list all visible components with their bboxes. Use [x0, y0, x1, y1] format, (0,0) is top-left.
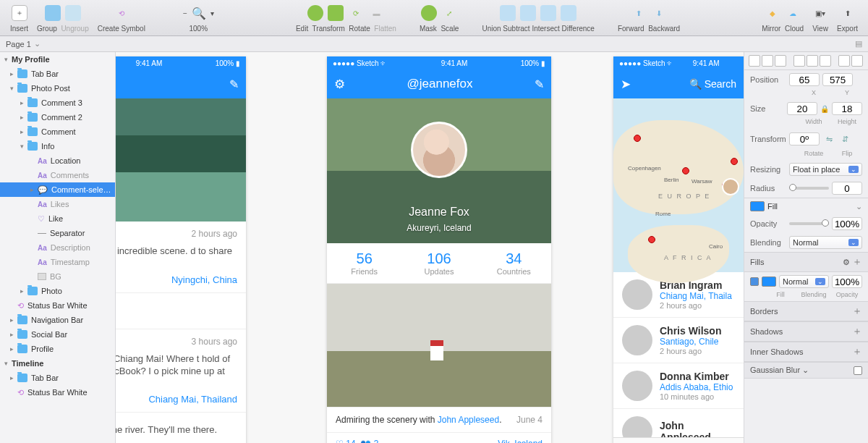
stat-updates[interactable]: 106Updates: [401, 243, 476, 283]
layer-item[interactable]: ▸Photo: [0, 284, 115, 298]
ungroup-icon[interactable]: [65, 5, 81, 21]
rotate-input[interactable]: [789, 132, 820, 145]
layer-item[interactable]: BG: [0, 269, 115, 284]
layer-item[interactable]: ▸Profile: [0, 342, 115, 356]
opacity-input[interactable]: [832, 217, 862, 230]
friend-row[interactable]: Donna KimberAddis Ababa, Ethio10 minutes…: [613, 363, 744, 409]
blur-enable-checkbox[interactable]: [854, 366, 862, 375]
post-item[interactable]: Ingram3 hours ago up those who know Chia…: [116, 329, 246, 413]
pos-y-input[interactable]: [822, 73, 853, 86]
layer-item[interactable]: AaComments: [0, 168, 115, 182]
edit-icon[interactable]: [307, 5, 323, 21]
avatar[interactable]: [411, 122, 467, 178]
canvas[interactable]: ●●●●● Sketch ᯤ9:41 AM100% ▮ TravelMate ✎…: [116, 52, 744, 443]
cloud-icon[interactable]: ☁: [785, 5, 801, 21]
union-icon[interactable]: [500, 5, 516, 21]
layer-item[interactable]: AaTimestamp: [0, 255, 115, 269]
flip-v-icon[interactable]: ⇵: [838, 131, 851, 147]
stat-countries[interactable]: 34Countries: [477, 243, 551, 283]
post-item[interactable]: Goode2 hours ago p ealier today to this …: [116, 222, 246, 293]
plus-icon: ＋: [852, 345, 862, 358]
panel-toggle-icon[interactable]: ▤: [855, 39, 862, 48]
map[interactable]: E U R O P E A F R I C A Rome Berlin Cope…: [613, 98, 744, 272]
inner-shadows-section[interactable]: Inner Shadows＋: [744, 342, 868, 362]
layer-item[interactable]: ▸Tab Bar: [0, 67, 115, 81]
layer-item[interactable]: Separator: [0, 226, 115, 240]
difference-icon[interactable]: [561, 5, 576, 21]
map-pin[interactable]: [648, 236, 655, 243]
layer-item[interactable]: ♡Like: [0, 211, 115, 226]
friend-row[interactable]: Chris WilsonSantiago, Chile2 hours ago: [613, 318, 744, 363]
fill-enable-checkbox[interactable]: [750, 277, 759, 286]
layer-item[interactable]: ▸Comment 2: [0, 110, 115, 125]
map-pin[interactable]: [634, 135, 641, 142]
layer-item[interactable]: ⟲Status Bar White: [0, 298, 115, 313]
stat-friends[interactable]: 56Friends: [327, 243, 401, 283]
lock-icon[interactable]: 🔒: [820, 105, 829, 113]
page-selector[interactable]: Page 1⌄ ▤: [0, 36, 868, 52]
pos-x-input[interactable]: [789, 73, 820, 86]
layer-item[interactable]: ▾Photo Post: [0, 81, 115, 96]
layer-item[interactable]: ▸Tab Bar: [0, 371, 115, 385]
layer-item[interactable]: AaLikes: [0, 197, 115, 211]
compose-icon[interactable]: ✎: [535, 77, 544, 91]
map-pin[interactable]: [731, 158, 738, 165]
flatten-icon[interactable]: ▬: [368, 5, 384, 21]
shadows-section[interactable]: Shadows＋: [744, 321, 868, 342]
transform-icon[interactable]: [328, 5, 344, 21]
map-pin[interactable]: [682, 167, 689, 174]
chevron-down-icon[interactable]: ⌄: [856, 202, 862, 211]
settings-icon[interactable]: ⚙: [334, 77, 345, 92]
user-link[interactable]: John Appleseed: [438, 415, 499, 425]
map-avatar[interactable]: [722, 178, 739, 195]
mirror-icon[interactable]: ◆: [765, 5, 780, 21]
subtract-icon[interactable]: [520, 5, 536, 21]
intersect-icon[interactable]: [540, 5, 556, 21]
flip-h-icon[interactable]: ⇋: [822, 131, 835, 147]
layer-item[interactable]: ▸Social Bar: [0, 327, 115, 342]
scale-icon[interactable]: ⤢: [441, 5, 457, 21]
mask-icon[interactable]: [421, 5, 437, 21]
borders-section[interactable]: Borders＋: [744, 301, 868, 321]
layer-item[interactable]: AaLocation: [0, 153, 115, 168]
export-button[interactable]: ⬆Export: [837, 3, 858, 33]
layer-item[interactable]: ▾My Profile: [0, 52, 115, 67]
fill-color-swatch[interactable]: [762, 277, 776, 287]
view-button[interactable]: ▣▾View: [812, 3, 828, 33]
fill-opacity-input[interactable]: [832, 275, 862, 288]
compose-icon[interactable]: ✎: [229, 77, 239, 91]
width-input[interactable]: [787, 102, 817, 115]
artboard-friends[interactable]: Friends ●●●●● Sketch ᯤ9:41 AM ➤ 🔍 Search…: [613, 56, 744, 443]
radius-slider[interactable]: [789, 187, 829, 190]
blur-section[interactable]: Gaussian Blur ⌄: [744, 362, 868, 379]
resizing-select[interactable]: Float in place⌄: [789, 163, 862, 176]
artboard-profile[interactable]: My Profile ●●●●● Sketch ᯤ9:41 AM100% ▮ ⚙…: [327, 56, 551, 443]
height-input[interactable]: [832, 102, 862, 115]
radius-input[interactable]: [832, 182, 862, 195]
create-symbol-button[interactable]: ⟲ Create Symbol: [98, 3, 145, 33]
fill-blend-select[interactable]: Normal⌄: [779, 275, 829, 288]
layer-item-selected[interactable]: ▸💬Comment-sele…: [0, 182, 115, 197]
search-icon[interactable]: 🔍: [689, 78, 702, 90]
insert-button[interactable]: ＋ Insert: [10, 3, 28, 33]
backward-icon[interactable]: ⬇: [651, 5, 667, 21]
artboard-timeline[interactable]: ●●●●● Sketch ᯤ9:41 AM100% ▮ TravelMate ✎…: [116, 56, 246, 443]
layer-item[interactable]: ⟲Status Bar White: [0, 385, 115, 400]
zoom-control[interactable]: −🔍▾ 100%: [183, 3, 214, 33]
layer-item[interactable]: ▸Comment: [0, 125, 115, 139]
location-arrow-icon[interactable]: ➤: [621, 77, 631, 92]
layer-item[interactable]: ▸Comment 3: [0, 96, 115, 110]
fills-section[interactable]: Fills⚙ ＋: [744, 252, 868, 272]
layer-item[interactable]: AaDescription: [0, 240, 115, 255]
location-link[interactable]: Vik, Iceland: [498, 439, 542, 443]
layer-item[interactable]: ▾Info: [0, 139, 115, 153]
layer-item[interactable]: ▾Timeline: [0, 356, 115, 371]
forward-icon[interactable]: ⬆: [631, 5, 647, 21]
rotate-icon[interactable]: ⟳: [348, 5, 364, 21]
layer-item[interactable]: ▸Navigation Bar: [0, 313, 115, 327]
blending-select[interactable]: Normal⌄: [789, 236, 862, 249]
opacity-slider[interactable]: [789, 222, 829, 225]
align-left-icon[interactable]: [749, 55, 760, 67]
fill-swatch[interactable]: [750, 201, 765, 211]
group-icon[interactable]: [45, 5, 61, 21]
